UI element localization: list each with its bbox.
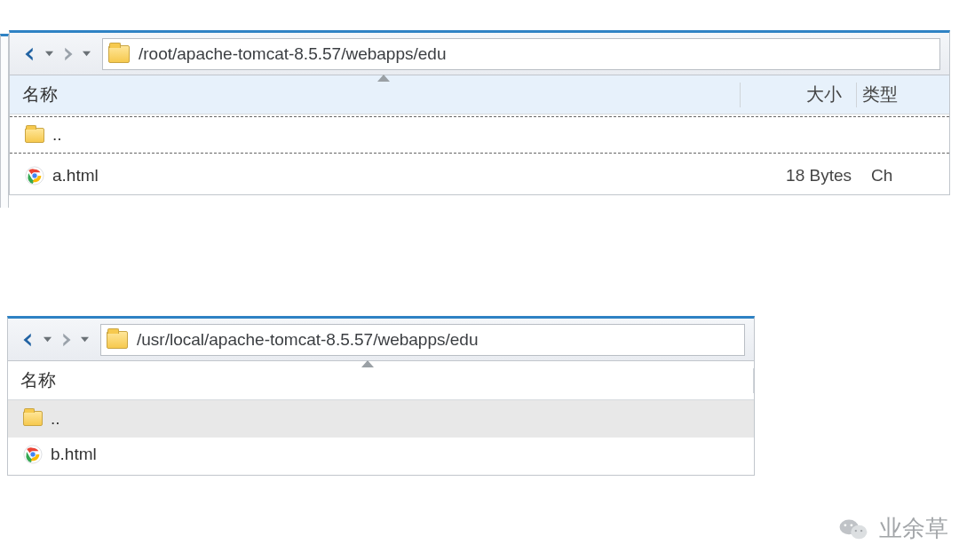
column-header-name[interactable]: 名称 <box>10 83 740 106</box>
row-name: a.html <box>49 166 750 185</box>
left-stub <box>0 34 9 208</box>
watermark-text: 业余草 <box>879 513 948 544</box>
wechat-icon <box>838 517 868 541</box>
file-row[interactable]: a.html 18 Bytes Ch <box>10 157 949 194</box>
column-header-name[interactable]: 名称 <box>8 368 753 392</box>
chrome-icon <box>23 445 43 464</box>
column-header-row: 名称 <box>8 361 754 400</box>
chrome-icon <box>25 166 44 185</box>
file-panel-2: /usr/local/apache-tomcat-8.5.57/webapps/… <box>7 316 755 476</box>
column-header-type[interactable]: 类型 <box>857 83 900 106</box>
nav-back-button[interactable] <box>17 328 40 351</box>
column-header-row: 名称 大小 类型 <box>10 75 949 114</box>
path-input[interactable]: /usr/local/apache-tomcat-8.5.57/webapps/… <box>100 324 745 356</box>
row-name: .. <box>49 125 750 145</box>
row-size: 18 Bytes <box>750 166 866 185</box>
path-input[interactable]: /root/apache-tomcat-8.5.57/webapps/edu <box>102 38 940 70</box>
path-text: /root/apache-tomcat-8.5.57/webapps/edu <box>139 44 446 64</box>
nav-back-button[interactable] <box>19 43 42 66</box>
column-header-size[interactable]: 大小 <box>741 83 856 106</box>
parent-dir-row[interactable]: .. <box>8 400 754 438</box>
parent-dir-row[interactable]: .. <box>10 116 949 154</box>
folder-icon <box>108 45 130 63</box>
nav-forward-history-icon[interactable] <box>79 335 90 343</box>
folder-icon <box>107 331 128 349</box>
file-panel-1: /root/apache-tomcat-8.5.57/webapps/edu 名… <box>9 30 950 195</box>
nav-forward-button[interactable] <box>56 43 79 66</box>
nav-forward-history-icon[interactable] <box>81 50 91 58</box>
nav-back-history-icon[interactable] <box>44 50 54 58</box>
sort-indicator-icon <box>361 360 374 367</box>
nav-forward-button[interactable] <box>54 328 77 351</box>
file-row[interactable]: b.html <box>8 438 754 475</box>
row-name: b.html <box>47 445 754 464</box>
row-type: Ch <box>866 166 908 185</box>
column-divider[interactable] <box>753 368 754 393</box>
folder-icon <box>23 411 43 426</box>
sort-indicator-icon <box>377 75 390 82</box>
row-name: .. <box>47 409 754 429</box>
watermark: 业余草 <box>838 513 948 544</box>
address-bar: /usr/local/apache-tomcat-8.5.57/webapps/… <box>8 319 754 361</box>
folder-icon <box>25 128 44 143</box>
address-bar: /root/apache-tomcat-8.5.57/webapps/edu <box>10 33 949 75</box>
nav-back-history-icon[interactable] <box>42 335 52 343</box>
path-text: /usr/local/apache-tomcat-8.5.57/webapps/… <box>137 330 478 350</box>
